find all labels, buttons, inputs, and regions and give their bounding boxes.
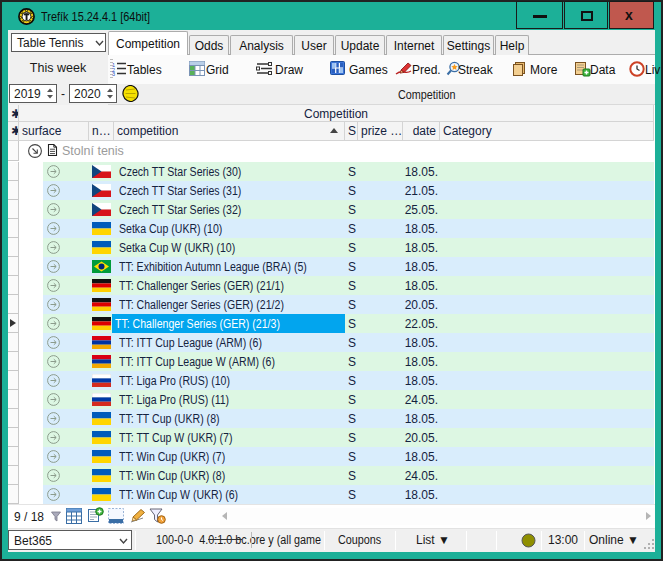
svg-text:3: 3 [112, 71, 115, 76]
